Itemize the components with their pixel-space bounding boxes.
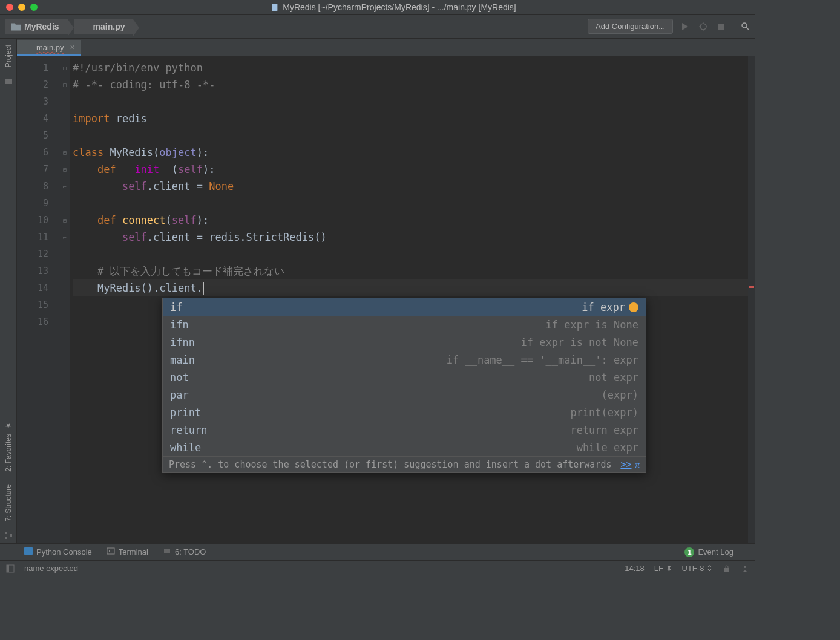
editor-tab-label: main.py <box>36 43 64 52</box>
line-separator[interactable]: LF ⇕ <box>654 564 672 573</box>
maximize-window-button[interactable] <box>30 4 38 11</box>
line-number: 11 <box>17 229 59 246</box>
code-text: ( <box>153 146 159 158</box>
minimize-window-button[interactable] <box>18 4 25 11</box>
status-message: name expected <box>24 564 78 573</box>
folder-icon <box>11 22 21 31</box>
fold-marker[interactable]: ⊟ <box>59 161 70 178</box>
bulb-icon <box>629 302 638 312</box>
breadcrumb: MyRedis main.py <box>5 19 133 34</box>
todo-label: 6: TODO <box>175 547 206 557</box>
gutter: 1 2 3 4 5 6 7 8 9 10 11 12 13 14 15 16 <box>17 56 59 543</box>
todo-icon <box>163 547 171 557</box>
line-number: 10 <box>17 212 59 229</box>
line-number: 16 <box>17 313 59 330</box>
error-strip[interactable] <box>748 56 755 543</box>
add-configuration-button[interactable]: Add Configuration... <box>588 19 673 34</box>
completion-right: if expr <box>582 301 625 313</box>
completion-left: main <box>170 354 195 366</box>
completion-item[interactable]: ifnnif expr is not None <box>163 333 646 351</box>
file-encoding[interactable]: UTF-8 ⇕ <box>682 564 713 573</box>
completion-item[interactable]: par(expr) <box>163 386 646 403</box>
completion-item[interactable]: returnreturn expr <box>163 421 646 439</box>
terminal-tab[interactable]: Terminal <box>107 547 148 557</box>
caret <box>203 282 204 295</box>
svg-rect-13 <box>10 534 12 537</box>
python-console-label: Python Console <box>36 547 92 557</box>
completion-right: if expr is not None <box>521 336 638 348</box>
svg-rect-7 <box>718 24 724 30</box>
editor-tabs: main.py × <box>17 39 755 56</box>
event-log-tab[interactable]: 1 Event Log <box>684 547 733 557</box>
file-icon <box>271 3 279 11</box>
lock-icon[interactable] <box>723 564 731 573</box>
code-text: self <box>122 231 147 243</box>
project-icon[interactable] <box>4 77 13 85</box>
code-text: class <box>73 146 110 158</box>
svg-rect-0 <box>272 3 278 10</box>
window-title: MyRedis [~/PycharmProjects/MyRedis] - ..… <box>38 2 749 12</box>
completion-right: not expr <box>589 371 638 384</box>
traffic-lights <box>6 4 38 11</box>
error-marker[interactable] <box>749 286 754 288</box>
fold-marker[interactable]: ⊟ <box>59 76 70 93</box>
completion-right: return expr <box>570 424 638 436</box>
breadcrumb-project[interactable]: MyRedis <box>5 19 68 34</box>
line-number: 4 <box>17 110 59 127</box>
editor-body[interactable]: 1 2 3 4 5 6 7 8 9 10 11 12 13 14 15 16 ⊟… <box>17 56 755 543</box>
code-text: redis <box>110 113 146 125</box>
completion-item[interactable]: notnot expr <box>163 368 646 386</box>
svg-rect-15 <box>107 548 114 554</box>
run-icon[interactable] <box>680 22 690 31</box>
event-log-badge: 1 <box>684 547 694 557</box>
code-text: def <box>97 163 122 175</box>
line-number: 6 <box>17 144 59 161</box>
fold-marker[interactable]: ⊟ <box>59 59 70 76</box>
code-text: self <box>178 163 203 175</box>
completion-item[interactable]: whilewhile expr <box>163 439 646 456</box>
tool-window-icon[interactable] <box>6 564 15 573</box>
svg-line-9 <box>746 27 749 30</box>
stop-icon[interactable] <box>717 22 726 31</box>
breadcrumb-file-label: main.py <box>93 22 125 31</box>
close-window-button[interactable] <box>6 4 13 11</box>
window-title-text: MyRedis [~/PycharmProjects/MyRedis] - ..… <box>283 2 516 12</box>
code-text: self <box>172 214 197 226</box>
completion-hint: Press ^. to choose the selected (or firs… <box>163 456 646 472</box>
caret-position[interactable]: 14:18 <box>625 564 645 573</box>
favorites-tool-tab[interactable]: 2: Favorites ★ <box>2 416 15 478</box>
completion-item[interactable]: if if expr <box>163 298 646 316</box>
python-icon <box>24 547 33 557</box>
fold-marker[interactable]: ⊟ <box>59 212 70 229</box>
completion-hint-link[interactable]: >> <box>620 459 631 470</box>
code-text: .client = <box>147 180 209 192</box>
fold-marker[interactable]: ⊟ <box>59 144 70 161</box>
completion-item[interactable]: ifnif expr is None <box>163 316 646 333</box>
python-console-tab[interactable]: Python Console <box>24 547 92 557</box>
completion-item[interactable]: printprint(expr) <box>163 403 646 421</box>
breadcrumb-file[interactable]: main.py <box>74 19 134 34</box>
toolbar: MyRedis main.py Add Configuration... <box>0 15 755 39</box>
line-number: 2 <box>17 76 59 93</box>
svg-point-22 <box>744 566 746 568</box>
pi-icon[interactable]: π <box>635 460 640 470</box>
close-tab-icon[interactable]: × <box>70 42 75 52</box>
svg-rect-10 <box>5 79 12 84</box>
code-text: # 以下を入力してもコード補完されない <box>97 265 284 277</box>
svg-point-2 <box>700 24 706 30</box>
svg-rect-11 <box>5 532 7 534</box>
debug-icon[interactable] <box>698 22 708 31</box>
code-text: __init__ <box>122 163 172 175</box>
structure-icon[interactable] <box>4 531 13 540</box>
todo-tab[interactable]: 6: TODO <box>163 547 206 557</box>
event-log-label: Event Log <box>698 547 733 557</box>
structure-tool-tab[interactable]: 7: Structure <box>2 478 15 527</box>
completion-item[interactable]: mainif __name__ == '__main__': expr <box>163 351 646 368</box>
hector-icon[interactable] <box>741 564 749 573</box>
project-tool-tab[interactable]: Project <box>2 39 15 73</box>
completion-left: if <box>170 301 182 313</box>
fold-column: ⊟ ⊟ ⊟ ⊟ ⌐ ⊟ ⌐ <box>59 56 70 543</box>
editor-tab-main[interactable]: main.py × <box>17 40 81 56</box>
line-number: 14 <box>17 279 59 296</box>
search-icon[interactable] <box>741 22 750 31</box>
